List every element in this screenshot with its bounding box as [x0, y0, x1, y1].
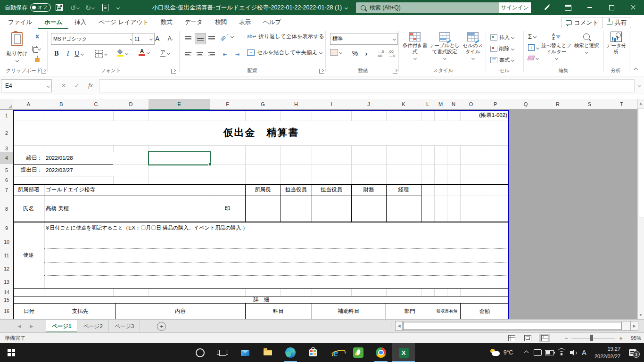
align-right-button[interactable]: [206, 49, 217, 59]
row-header-8[interactable]: 8: [0, 196, 14, 222]
cell-name-label[interactable]: 氏名: [13, 196, 44, 222]
tray-expand-button[interactable]: [520, 343, 532, 362]
conditional-formatting-button[interactable]: 条件付き書式: [402, 31, 428, 60]
column-header-J[interactable]: J: [351, 99, 387, 110]
format-cells-button[interactable]: 書式: [490, 57, 514, 64]
zoom-out-button[interactable]: −: [562, 333, 570, 343]
underline-button[interactable]: U: [74, 48, 91, 59]
format-painter-button[interactable]: [32, 56, 42, 64]
cell-header-date[interactable]: 日付: [13, 303, 45, 319]
share-button[interactable]: 共有: [602, 17, 631, 28]
row-header-9[interactable]: 9: [0, 222, 14, 235]
vertical-scrollbar-thumb[interactable]: [638, 108, 644, 217]
cell-department[interactable]: ゴールドエイジ松寺: [46, 184, 206, 196]
start-button[interactable]: [0, 343, 23, 362]
enter-formula-button[interactable]: ✓: [71, 79, 83, 91]
name-box[interactable]: E4: [1, 79, 52, 92]
column-header-C[interactable]: C: [79, 99, 114, 110]
align-left-button[interactable]: [183, 49, 193, 59]
cell-approver-manager[interactable]: 所属長: [245, 184, 281, 196]
increase-decimal-button[interactable]: ←.0.00: [375, 49, 386, 58]
collapse-ribbon-button[interactable]: [631, 66, 640, 74]
format-as-table-button[interactable]: テーブルとして書式設定: [429, 31, 460, 60]
hscroll-right-button[interactable]: ▶: [630, 321, 638, 331]
cell-form-code[interactable]: (帳票1-002): [434, 110, 507, 120]
close-button[interactable]: [622, 0, 644, 15]
column-header-Q[interactable]: Q: [509, 99, 543, 110]
formula-input[interactable]: [99, 79, 635, 92]
signin-button[interactable]: サインイン: [499, 2, 531, 13]
cell-department-label[interactable]: 所属部署: [13, 184, 44, 196]
row-header-13[interactable]: 13: [0, 275, 14, 289]
weather-widget[interactable]: 9°C: [489, 343, 513, 362]
cell-submit-date[interactable]: 2022/02/27: [46, 164, 112, 176]
redo-button[interactable]: ↻: [82, 4, 97, 11]
column-header-F[interactable]: F: [210, 99, 246, 110]
comments-button[interactable]: コメント: [561, 17, 603, 28]
ink-button[interactable]: [537, 0, 555, 15]
cell-closing-date[interactable]: 2022/01/28: [46, 152, 112, 164]
titlebar-search-box[interactable]: 検索 (Alt+Q): [356, 2, 500, 13]
cell-approver-finance[interactable]: 財務: [351, 184, 386, 196]
cell-header-department[interactable]: 部門: [386, 303, 434, 319]
number-dialog-launcher[interactable]: [393, 69, 397, 74]
scroll-up-button[interactable]: ▲: [637, 99, 644, 107]
column-header-O[interactable]: O: [460, 99, 482, 110]
select-all-corner[interactable]: [0, 99, 14, 110]
internet-explorer-button[interactable]: e: [324, 343, 347, 362]
column-header-N[interactable]: N: [447, 99, 461, 110]
clock[interactable]: 19:27 2022/02/27: [589, 345, 620, 360]
clear-button[interactable]: [528, 56, 538, 60]
document-title-area[interactable]: 小口現金-仮出金清算書-ゴールドエイジ松寺-2022-01-22-2022-01…: [120, 0, 380, 15]
tab-file[interactable]: ファイル: [2, 15, 38, 29]
store-button[interactable]: [302, 343, 324, 362]
column-header-M[interactable]: M: [434, 99, 447, 110]
bold-button[interactable]: B: [52, 48, 61, 59]
font-name-combo[interactable]: MS Pゴシック: [51, 33, 135, 45]
sheet-tab-page3[interactable]: ページ3: [109, 320, 140, 333]
cell-approver-officer1[interactable]: 担当役員: [281, 184, 312, 196]
undo-button[interactable]: ↺: [67, 4, 82, 11]
tab-view[interactable]: 表示: [233, 15, 257, 29]
font-dialog-launcher[interactable]: [171, 69, 176, 74]
tray-volume-button[interactable]: [568, 343, 579, 362]
column-header-H[interactable]: H: [281, 99, 312, 110]
row-header-10[interactable]: 10: [0, 235, 14, 249]
number-format-combo[interactable]: 標準: [330, 33, 398, 45]
chrome-button[interactable]: [370, 343, 392, 362]
notification-center-button[interactable]: 3: [624, 343, 641, 362]
column-header-L[interactable]: L: [421, 99, 435, 110]
tray-battery-button[interactable]: [543, 343, 555, 362]
page-layout-view-button[interactable]: [522, 334, 533, 342]
sheet-nav-prev[interactable]: ◀: [13, 320, 25, 333]
cell-header-subaccount[interactable]: 補助科目: [312, 303, 386, 319]
cell-styles-button[interactable]: セルのスタイル: [461, 31, 485, 60]
paste-button[interactable]: 貼り付け: [4, 31, 30, 67]
column-header-A[interactable]: A: [13, 99, 44, 110]
expand-formula-bar-button[interactable]: [636, 79, 643, 91]
row-header-4[interactable]: 4: [0, 152, 14, 165]
comma-style-button[interactable]: ,: [362, 47, 371, 58]
cell-usage-label[interactable]: 使途: [13, 222, 44, 288]
quick-access-doc-button[interactable]: [97, 4, 113, 11]
cell-approver-accounting[interactable]: 経理: [386, 184, 421, 196]
column-header-S[interactable]: S: [573, 99, 606, 110]
percent-style-button[interactable]: %: [350, 48, 360, 58]
tray-wifi-button[interactable]: [555, 343, 568, 362]
column-header-T[interactable]: T: [606, 99, 638, 110]
restore-button[interactable]: [601, 0, 622, 15]
font-size-combo[interactable]: 11: [132, 33, 155, 45]
cell-header-account[interactable]: 科目: [245, 303, 312, 319]
row-header-12[interactable]: 12: [0, 262, 14, 276]
scroll-down-button[interactable]: ▼: [637, 311, 644, 319]
find-select-button[interactable]: 検索と選択: [573, 31, 600, 54]
delete-cells-button[interactable]: 削除: [490, 45, 514, 52]
insert-function-button[interactable]: fx: [84, 79, 97, 91]
font-color-button[interactable]: A: [139, 49, 149, 56]
row-header-15[interactable]: 15: [0, 296, 14, 304]
column-header-I[interactable]: I: [312, 99, 352, 110]
phonetic-button[interactable]: ア: [160, 49, 170, 57]
ribbon-display-button[interactable]: [559, 0, 577, 15]
row-header-2[interactable]: 2: [0, 121, 14, 146]
decrease-decimal-button[interactable]: .00→.0: [387, 49, 397, 58]
